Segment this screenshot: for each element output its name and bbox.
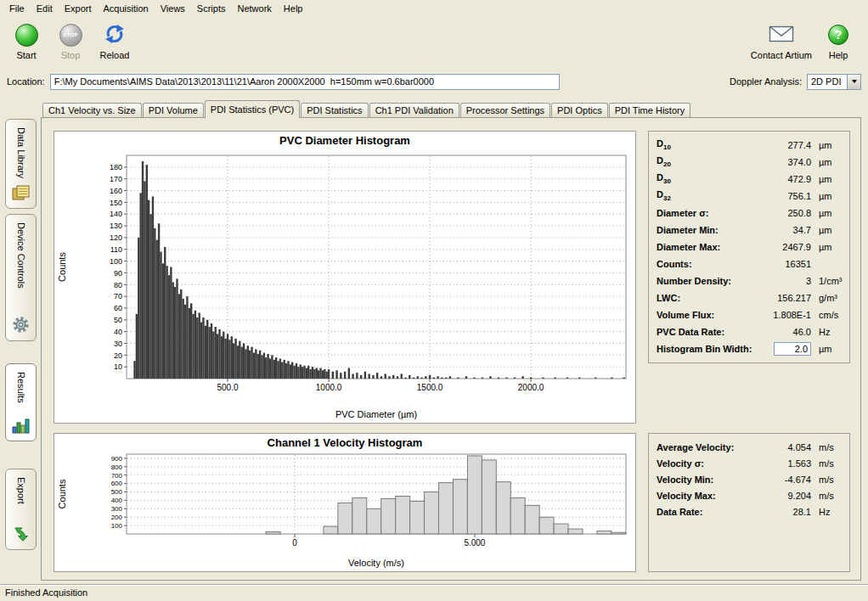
stat-row: Counts:16351: [657, 256, 842, 272]
stop-icon: STOP: [59, 24, 82, 47]
location-input[interactable]: [50, 74, 560, 90]
doppler-analysis-select[interactable]: 2D PDI: [807, 74, 861, 90]
svg-text:130: 130: [110, 222, 122, 230]
stat-unit: 1/cm³: [811, 276, 842, 286]
tab-pdi-volume[interactable]: PDI Volume: [143, 103, 204, 117]
svg-text:1500.0: 1500.0: [417, 383, 443, 392]
envelope-icon: [769, 25, 794, 45]
stat-label: Data Rate:: [657, 507, 758, 517]
svg-text:150: 150: [110, 199, 122, 207]
stat-label: PVC Data Rate:: [657, 327, 758, 337]
sidebar-item-data-library[interactable]: Data Library: [5, 119, 37, 209]
stat-row: D10277.4µm: [657, 137, 842, 154]
svg-text:100: 100: [110, 257, 122, 266]
gear-icon: [12, 316, 30, 335]
svg-text:1000.0: 1000.0: [316, 383, 342, 392]
reload-button[interactable]: Reload: [97, 21, 132, 60]
tab-ch1-pdi-validation[interactable]: Ch1 PDI Validation: [369, 103, 459, 117]
start-icon: [15, 24, 38, 47]
svg-text:170: 170: [110, 175, 122, 183]
start-button[interactable]: Start: [8, 21, 44, 60]
stat-value: 46.0: [758, 327, 811, 337]
stat-unit: m/s: [811, 458, 842, 469]
menu-item-edit[interactable]: Edit: [31, 2, 59, 15]
stat-row: Diameter σ:250.8µm: [657, 205, 842, 222]
help-button-label: Help: [829, 50, 848, 60]
stat-unit: µm: [811, 174, 842, 184]
tab-ch1-velocity-vs-size[interactable]: Ch1 Velocity vs. Size: [42, 103, 142, 117]
svg-text:600: 600: [111, 480, 123, 487]
stat-row: D32756.1µm: [657, 188, 842, 205]
pvc-diameter-histogram-panel: PVC Diameter Histogram 10203040506070809…: [54, 131, 636, 424]
chevron-down-icon[interactable]: [847, 75, 860, 89]
stat-value: 16351: [758, 259, 811, 269]
pvc-diameter-histogram-title: PVC Diameter Histogram: [54, 132, 635, 149]
svg-text:Counts: Counts: [57, 479, 67, 508]
svg-text:60: 60: [114, 304, 122, 312]
svg-text:PVC Diameter (µm): PVC Diameter (µm): [335, 409, 417, 419]
velocity-stats-panel: Average Velocity:4.054m/sVelocity σ:1.56…: [648, 433, 850, 572]
tab-processor-settings[interactable]: Processor Settings: [460, 103, 550, 117]
menu-item-scripts[interactable]: Scripts: [191, 2, 232, 15]
stat-label: Velocity σ:: [657, 458, 758, 469]
svg-text:90: 90: [114, 269, 122, 278]
reload-button-label: Reload: [100, 50, 130, 60]
velocity-histogram-chart: 10020030040050060070080090005.000Velocit…: [54, 451, 635, 571]
stat-row: Velocity Min:-4.674m/s: [657, 471, 842, 487]
menu-item-network[interactable]: Network: [231, 2, 277, 15]
stat-row: Histogram Bin Width:µm: [657, 340, 842, 357]
svg-text:2000.0: 2000.0: [518, 383, 544, 392]
stat-unit: µm: [811, 191, 842, 201]
menu-item-help[interactable]: Help: [278, 2, 309, 15]
svg-text:40: 40: [114, 328, 122, 336]
stat-unit: µm: [811, 208, 842, 218]
svg-text:500.0: 500.0: [217, 383, 238, 392]
menu-item-views[interactable]: Views: [155, 2, 191, 15]
contact-artium-button[interactable]: Contact Artium: [751, 21, 812, 60]
stat-value: 3: [758, 276, 811, 286]
histogram-bin-width-input[interactable]: [774, 342, 811, 356]
stat-row: Volume Flux:1.808E-1cm/s: [657, 306, 842, 323]
stat-value: 34.7: [758, 225, 811, 235]
status-bar: Finished Acquisition: [0, 584, 868, 601]
menu-item-export[interactable]: Export: [59, 2, 98, 15]
tab-pdi-statistics-pvc[interactable]: PDI Statistics (PVC): [205, 100, 300, 118]
export-arrow-icon: [13, 526, 30, 544]
start-button-label: Start: [16, 50, 36, 60]
stat-unit: cm/s: [811, 310, 842, 320]
tab-pdi-optics[interactable]: PDI Optics: [551, 103, 608, 117]
svg-text:5.000: 5.000: [464, 538, 485, 548]
menu-item-acquisition[interactable]: Acquisition: [98, 2, 155, 15]
menu-bar: FileEditExportAcquisitionViewsScriptsNet…: [0, 0, 868, 16]
sidebar-item-results[interactable]: Results: [5, 363, 37, 441]
stat-label: Diameter σ:: [657, 208, 758, 218]
svg-text:10: 10: [114, 362, 122, 371]
stat-row: Velocity Max:9.204m/s: [657, 487, 842, 503]
stop-button[interactable]: STOP Stop: [53, 21, 88, 60]
stat-value: 1.808E-1: [758, 310, 811, 320]
help-button[interactable]: ? Help: [820, 21, 856, 60]
help-icon: ?: [828, 25, 848, 45]
sidebar-item-device-controls[interactable]: Device Controls: [5, 214, 37, 341]
stat-label: Counts:: [657, 259, 758, 269]
stat-label: Diameter Min:: [657, 225, 758, 235]
svg-text:180: 180: [110, 163, 122, 171]
svg-text:70: 70: [114, 292, 122, 300]
svg-text:800: 800: [111, 463, 123, 471]
tab-control: Ch1 Velocity vs. SizePDI VolumePDI Stati…: [41, 100, 861, 581]
menu-item-file[interactable]: File: [3, 2, 31, 15]
svg-text:80: 80: [114, 281, 122, 289]
svg-text:140: 140: [110, 210, 122, 218]
sidebar: Data LibraryDevice ControlsResultsExport: [2, 100, 39, 581]
stat-value: 156.217: [758, 293, 811, 303]
svg-text:200: 200: [111, 514, 123, 521]
location-bar: Location: Doppler Analysis: 2D PDI: [0, 71, 868, 92]
tab-pdi-time-history[interactable]: PDI Time History: [609, 103, 691, 117]
stat-unit: g/m³: [811, 293, 842, 303]
stat-label: Average Velocity:: [657, 442, 758, 452]
tab-pdi-statistics[interactable]: PDI Statistics: [301, 103, 368, 117]
stat-row: Data Rate:28.1Hz: [657, 503, 842, 520]
stat-unit: µm: [811, 225, 842, 235]
tab-page-pdi-statistics-pvc: PVC Diameter Histogram 10203040506070809…: [41, 117, 861, 581]
sidebar-item-export[interactable]: Export: [5, 469, 37, 550]
